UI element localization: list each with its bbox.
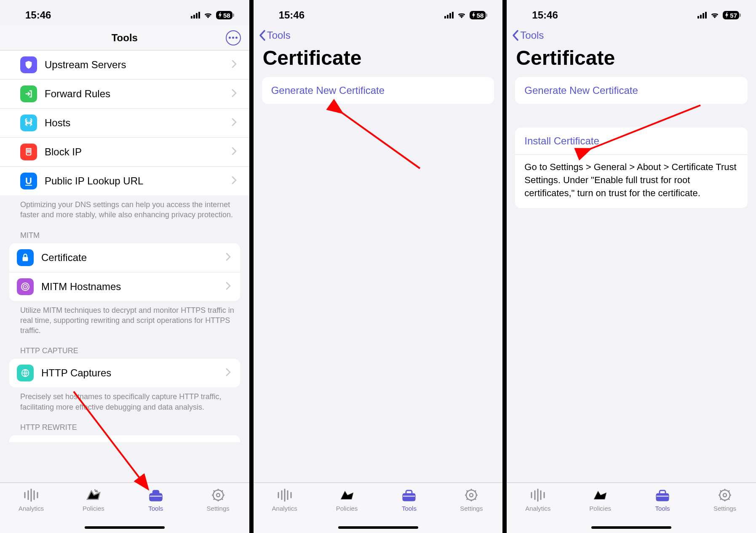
row-public-ip[interactable]: U Public IP Lookup URL	[0, 167, 249, 195]
back-button[interactable]: Tools	[254, 25, 503, 44]
generate-certificate-button[interactable]: Generate New Certificate	[262, 77, 494, 104]
wifi-icon	[457, 9, 466, 21]
chevron-right-icon	[232, 176, 237, 186]
tools-icon	[148, 487, 164, 503]
row-mitm-hostnames[interactable]: MITM Hostnames	[9, 272, 240, 301]
row-http-captures[interactable]: HTTP Captures	[9, 359, 240, 387]
generate-group: Generate New Certificate	[262, 77, 494, 104]
capture-footer: Precisely set hostnames to specifically …	[0, 387, 249, 415]
status-time: 15:46	[279, 9, 305, 21]
status-icons: 58	[191, 9, 232, 21]
svg-rect-11	[403, 493, 415, 501]
tab-tools[interactable]: Tools	[390, 487, 428, 512]
wifi-icon	[203, 9, 213, 21]
screen-certificate-1: 15:46 58 Tools Certificate Generate New …	[254, 0, 503, 533]
battery-icon: 57	[723, 11, 739, 19]
tab-policies[interactable]: Policies	[581, 487, 619, 512]
target-icon	[17, 278, 34, 295]
hosts-icon	[20, 115, 37, 131]
analytics-icon	[530, 487, 546, 503]
tab-tools[interactable]: Tools	[644, 487, 681, 512]
svg-rect-16	[656, 493, 669, 501]
tab-bar: Analytics Policies Tools Settings	[254, 482, 503, 533]
tab-policies[interactable]: Policies	[328, 487, 366, 512]
tab-bar: Analytics Policies Tools Settings	[0, 482, 249, 533]
svg-point-9	[216, 493, 220, 497]
globe-icon	[17, 365, 34, 381]
svg-rect-7	[150, 496, 162, 497]
row-upstream-servers[interactable]: Upstream Servers	[0, 51, 249, 80]
tab-analytics[interactable]: Analytics	[519, 487, 557, 512]
capture-header: HTTP CAPTURE	[0, 338, 249, 359]
shield-icon	[20, 56, 37, 73]
tools-icon	[401, 487, 417, 503]
row-block-ip[interactable]: Block IP	[0, 138, 249, 167]
generate-group: Generate New Certificate	[515, 77, 748, 104]
tab-bar: Analytics Policies Tools Settings	[507, 482, 756, 533]
page-title: Certificate	[254, 44, 503, 77]
mitm-header: MITM	[0, 223, 249, 243]
screen-certificate-2: 15:46 57 Tools Certificate Generate New …	[507, 0, 756, 533]
install-certificate-button[interactable]: Install Certificate	[515, 128, 748, 155]
chevron-left-icon	[259, 29, 266, 41]
battery-icon: 58	[470, 11, 486, 19]
certificate-content: Generate New Certificate Install Certifi…	[507, 77, 756, 482]
tab-settings[interactable]: Settings	[452, 487, 490, 512]
back-button[interactable]: Tools	[507, 25, 756, 44]
analytics-icon	[23, 487, 39, 503]
chevron-right-icon	[232, 147, 237, 157]
svg-rect-17	[656, 496, 669, 497]
more-button[interactable]	[226, 30, 241, 45]
policies-icon	[85, 487, 102, 503]
svg-rect-6	[150, 493, 162, 501]
settings-icon	[463, 487, 479, 503]
chevron-right-icon	[226, 253, 231, 263]
chevron-right-icon	[232, 60, 237, 70]
chevron-right-icon	[226, 368, 231, 378]
capture-group: HTTP Captures	[9, 359, 240, 387]
svg-point-8	[213, 490, 223, 500]
tab-tools[interactable]: Tools	[137, 487, 175, 512]
row-forward-rules[interactable]: Forward Rules	[0, 80, 249, 109]
screen-tools: 15:46 58 Tools Upstream Servers F	[0, 0, 249, 533]
row-hosts[interactable]: Hosts	[0, 109, 249, 138]
tab-settings[interactable]: Settings	[199, 487, 237, 512]
tools-list[interactable]: Upstream Servers Forward Rules Hosts Blo…	[0, 51, 249, 482]
signal-icon	[191, 12, 200, 19]
mitm-group: Certificate MITM Hostnames	[9, 243, 240, 301]
tab-settings[interactable]: Settings	[706, 487, 744, 512]
signal-icon	[697, 12, 707, 19]
nav-header: Tools	[0, 25, 249, 51]
lock-icon	[17, 249, 34, 266]
certificate-content: Generate New Certificate	[254, 77, 503, 482]
forward-icon	[20, 85, 37, 102]
rewrite-group-peek	[9, 435, 240, 442]
dns-group: Upstream Servers Forward Rules Hosts Blo…	[0, 51, 249, 195]
svg-rect-12	[403, 496, 415, 497]
row-certificate[interactable]: Certificate	[9, 243, 240, 272]
wifi-icon	[710, 9, 719, 21]
settings-icon	[717, 487, 733, 503]
generate-certificate-button[interactable]: Generate New Certificate	[515, 77, 748, 104]
install-instructions: Go to Settings > General > About > Certi…	[515, 155, 748, 208]
status-icons: 58	[444, 9, 486, 21]
page-title: Tools	[112, 32, 138, 44]
analytics-icon	[277, 487, 293, 503]
chevron-right-icon	[232, 89, 237, 99]
chevron-right-icon	[226, 282, 231, 292]
svg-point-13	[466, 490, 476, 500]
svg-point-18	[720, 490, 730, 500]
status-bar: 15:46 58	[254, 0, 503, 25]
status-time: 15:46	[25, 9, 51, 21]
home-indicator[interactable]	[591, 526, 671, 529]
signal-icon	[444, 12, 454, 19]
home-indicator[interactable]	[338, 526, 418, 529]
tab-analytics[interactable]: Analytics	[266, 487, 304, 512]
home-indicator[interactable]	[85, 526, 165, 529]
chevron-right-icon	[232, 118, 237, 128]
svg-point-3	[25, 286, 26, 287]
tab-policies[interactable]: Policies	[75, 487, 112, 512]
svg-point-14	[470, 493, 473, 497]
url-icon: U	[20, 173, 37, 189]
tab-analytics[interactable]: Analytics	[12, 487, 50, 512]
